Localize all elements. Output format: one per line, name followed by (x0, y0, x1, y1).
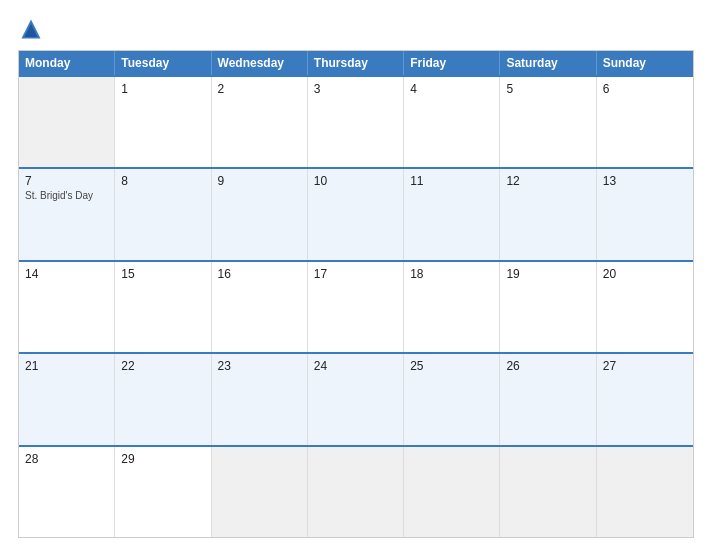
day-number: 18 (410, 267, 493, 281)
week-row-2: 7St. Brigid's Day8910111213 (19, 167, 693, 259)
cal-cell-w1-d6: 5 (500, 77, 596, 167)
day-number: 23 (218, 359, 301, 373)
day-number: 7 (25, 174, 108, 188)
cal-cell-w5-d7 (597, 447, 693, 537)
cal-cell-w4-d2: 22 (115, 354, 211, 444)
week-row-5: 2829 (19, 445, 693, 537)
cal-cell-w1-d5: 4 (404, 77, 500, 167)
cal-cell-w2-d7: 13 (597, 169, 693, 259)
col-tuesday: Tuesday (115, 51, 211, 75)
cal-cell-w1-d2: 1 (115, 77, 211, 167)
day-number: 11 (410, 174, 493, 188)
cal-cell-w3-d3: 16 (212, 262, 308, 352)
day-number: 6 (603, 82, 687, 96)
day-number: 19 (506, 267, 589, 281)
col-wednesday: Wednesday (212, 51, 308, 75)
day-number: 26 (506, 359, 589, 373)
cal-cell-w3-d7: 20 (597, 262, 693, 352)
cal-cell-w3-d6: 19 (500, 262, 596, 352)
day-number: 28 (25, 452, 108, 466)
cal-cell-w5-d5 (404, 447, 500, 537)
col-saturday: Saturday (500, 51, 596, 75)
cal-cell-w2-d5: 11 (404, 169, 500, 259)
header (18, 18, 694, 40)
calendar-body: 1234567St. Brigid's Day89101112131415161… (19, 75, 693, 537)
day-number: 9 (218, 174, 301, 188)
day-number: 12 (506, 174, 589, 188)
day-number: 8 (121, 174, 204, 188)
calendar: Monday Tuesday Wednesday Thursday Friday… (18, 50, 694, 538)
day-number: 24 (314, 359, 397, 373)
day-number: 29 (121, 452, 204, 466)
day-number: 15 (121, 267, 204, 281)
cal-cell-w1-d4: 3 (308, 77, 404, 167)
cal-cell-w1-d7: 6 (597, 77, 693, 167)
day-number: 20 (603, 267, 687, 281)
col-sunday: Sunday (597, 51, 693, 75)
day-number: 4 (410, 82, 493, 96)
day-number: 17 (314, 267, 397, 281)
day-number: 14 (25, 267, 108, 281)
col-thursday: Thursday (308, 51, 404, 75)
cal-cell-w4-d6: 26 (500, 354, 596, 444)
page: Monday Tuesday Wednesday Thursday Friday… (0, 0, 712, 550)
cal-cell-w3-d4: 17 (308, 262, 404, 352)
day-number: 25 (410, 359, 493, 373)
cal-cell-w2-d1: 7St. Brigid's Day (19, 169, 115, 259)
day-number: 21 (25, 359, 108, 373)
day-number: 27 (603, 359, 687, 373)
day-number: 16 (218, 267, 301, 281)
day-number: 1 (121, 82, 204, 96)
day-number: 22 (121, 359, 204, 373)
week-row-4: 21222324252627 (19, 352, 693, 444)
cal-cell-w5-d2: 29 (115, 447, 211, 537)
cal-cell-w5-d4 (308, 447, 404, 537)
col-monday: Monday (19, 51, 115, 75)
cal-cell-w2-d6: 12 (500, 169, 596, 259)
cal-cell-w4-d7: 27 (597, 354, 693, 444)
holiday-label: St. Brigid's Day (25, 190, 108, 201)
cal-cell-w3-d2: 15 (115, 262, 211, 352)
cal-cell-w5-d1: 28 (19, 447, 115, 537)
day-number: 10 (314, 174, 397, 188)
cal-cell-w3-d1: 14 (19, 262, 115, 352)
logo-icon (20, 18, 42, 40)
cal-cell-w4-d3: 23 (212, 354, 308, 444)
cal-cell-w4-d4: 24 (308, 354, 404, 444)
cal-cell-w1-d3: 2 (212, 77, 308, 167)
cal-cell-w1-d1 (19, 77, 115, 167)
cal-cell-w4-d1: 21 (19, 354, 115, 444)
logo (18, 18, 42, 40)
cal-cell-w2-d2: 8 (115, 169, 211, 259)
cal-cell-w5-d6 (500, 447, 596, 537)
cal-cell-w3-d5: 18 (404, 262, 500, 352)
day-number: 5 (506, 82, 589, 96)
day-number: 2 (218, 82, 301, 96)
cal-cell-w5-d3 (212, 447, 308, 537)
calendar-header-row: Monday Tuesday Wednesday Thursday Friday… (19, 51, 693, 75)
day-number: 13 (603, 174, 687, 188)
cal-cell-w4-d5: 25 (404, 354, 500, 444)
cal-cell-w2-d4: 10 (308, 169, 404, 259)
day-number: 3 (314, 82, 397, 96)
week-row-3: 14151617181920 (19, 260, 693, 352)
col-friday: Friday (404, 51, 500, 75)
cal-cell-w2-d3: 9 (212, 169, 308, 259)
week-row-1: 123456 (19, 75, 693, 167)
